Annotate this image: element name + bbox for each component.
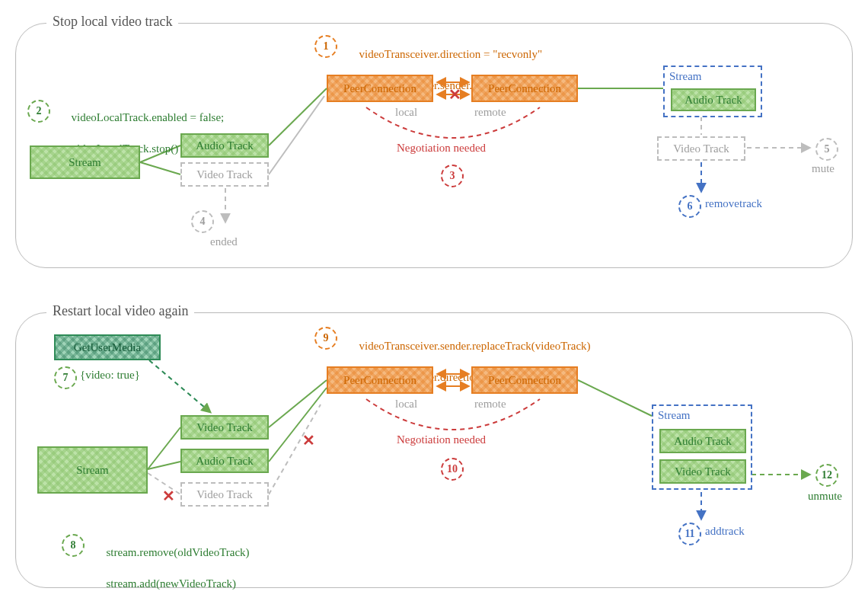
step-3-badge: 3 bbox=[441, 165, 464, 187]
step-10-badge: 10 bbox=[441, 458, 464, 481]
video-track-old: Video Track bbox=[180, 482, 269, 507]
step-12-label: unmute bbox=[808, 490, 842, 503]
step-1-badge: 1 bbox=[314, 35, 337, 58]
svg-line-14 bbox=[148, 427, 180, 469]
panel-stop: Stop local video track 1 videoTransceive… bbox=[15, 23, 853, 268]
remote-stream-label-2: Stream bbox=[658, 409, 691, 422]
panel-restart: Restart local video again GetUserMedia 7… bbox=[15, 312, 853, 588]
svg-line-3 bbox=[269, 96, 324, 174]
step-12-badge: 12 bbox=[815, 464, 838, 487]
negotiation-label-2: Negotiation needed bbox=[397, 433, 486, 446]
step-9-badge: 9 bbox=[314, 327, 337, 350]
stream-left-2: Stream bbox=[37, 446, 148, 494]
x-old-pc-link: ✕ bbox=[302, 431, 315, 449]
step-8-code: stream.remove(oldVideoTrack) stream.add(… bbox=[89, 529, 250, 601]
audio-track-left: Audio Track bbox=[180, 133, 269, 158]
svg-line-18 bbox=[269, 388, 327, 462]
panel-stop-title: Stop local video track bbox=[46, 14, 178, 30]
video-track-left-gray: Video Track bbox=[180, 162, 269, 187]
x-icon: ✕ bbox=[448, 85, 461, 104]
pc-local-sub-2: local bbox=[395, 398, 417, 411]
pc-remote-sub: remote bbox=[474, 106, 506, 119]
peer-connection-local-2: PeerConnection bbox=[327, 366, 433, 394]
remote-audio-track: Audio Track bbox=[671, 88, 756, 111]
step-5-badge: 5 bbox=[815, 138, 838, 161]
svg-line-15 bbox=[148, 462, 180, 469]
remote-video-track-gray: Video Track bbox=[657, 136, 745, 161]
svg-line-2 bbox=[269, 88, 327, 145]
peer-connection-local: PeerConnection bbox=[327, 75, 433, 102]
step-11-badge: 11 bbox=[678, 523, 701, 545]
stream-left: Stream bbox=[30, 145, 140, 179]
svg-line-17 bbox=[269, 380, 327, 427]
remote-stream-box: Stream Audio Track bbox=[663, 66, 762, 117]
step-2-badge: 2 bbox=[27, 100, 50, 123]
step-7-label: {video: true} bbox=[80, 369, 140, 382]
x-remove-old: ✕ bbox=[162, 487, 175, 505]
negotiation-label: Negotiation needed bbox=[397, 142, 486, 155]
step-4-label: ended bbox=[210, 235, 238, 248]
step-7-badge: 7 bbox=[54, 366, 77, 389]
panel-restart-title: Restart local video again bbox=[46, 303, 194, 319]
pc-remote-sub-2: remote bbox=[474, 398, 506, 411]
pc-local-sub: local bbox=[395, 106, 417, 119]
remote-stream-box-2: Stream Audio Track Video Track bbox=[652, 404, 752, 490]
peer-connection-remote-2: PeerConnection bbox=[471, 366, 578, 394]
get-user-media: GetUserMedia bbox=[54, 334, 161, 360]
video-track-new: Video Track bbox=[180, 415, 269, 440]
step-6-badge: 6 bbox=[678, 195, 701, 218]
step-4-badge: 4 bbox=[191, 210, 214, 233]
remote-audio-2: Audio Track bbox=[659, 429, 746, 453]
step-11-label: addtrack bbox=[705, 525, 745, 538]
step-6-label: removetrack bbox=[705, 197, 762, 210]
audio-track-left-2: Audio Track bbox=[180, 449, 269, 473]
svg-line-13 bbox=[149, 360, 210, 412]
step-5-label: mute bbox=[812, 162, 834, 175]
step-8-badge: 8 bbox=[62, 534, 85, 557]
remote-stream-label: Stream bbox=[669, 70, 702, 83]
svg-line-19 bbox=[269, 404, 321, 494]
peer-connection-remote: PeerConnection bbox=[471, 75, 578, 102]
remote-video-2: Video Track bbox=[659, 459, 746, 484]
